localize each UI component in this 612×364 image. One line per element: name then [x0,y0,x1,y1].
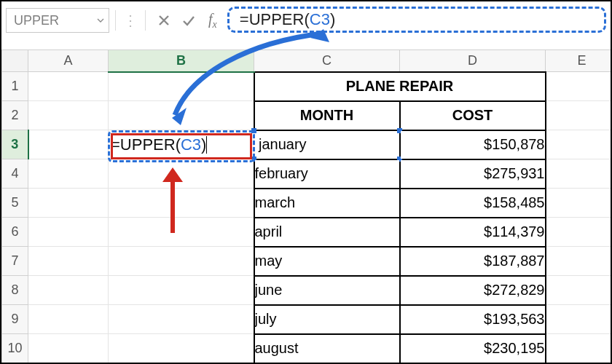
text-caret [206,136,207,154]
cell-E8[interactable] [546,276,613,305]
table-row: 2 MONTH COST [2,101,613,130]
b3-suffix: ) [201,135,206,154]
row-header-7[interactable]: 7 [2,247,28,276]
cell-A1[interactable] [28,72,109,101]
cell-A5[interactable] [28,189,109,218]
cell-B2[interactable] [109,101,254,130]
selection-handle[interactable] [251,128,256,133]
row-header-4[interactable]: 4 [2,159,28,189]
table-row: 4 february $275,931 [2,159,613,189]
cell-C8[interactable]: june [254,276,400,305]
cell-D3[interactable]: $150,878 [400,130,546,159]
b3-prefix: =UPPER( [111,135,181,154]
formula-bar[interactable]: =UPPER(C3) [227,7,606,33]
formula-bar-row: UPPER ⋮ fx =UPPER(C3) [6,6,606,35]
col-header-A[interactable]: A [28,50,109,72]
cell-A7[interactable] [28,247,109,276]
divider [145,10,146,31]
cell-B1[interactable] [109,72,254,101]
cell-C9[interactable]: july [254,305,400,334]
cell-C3[interactable]: january [254,130,400,159]
formula-suffix: ) [330,10,335,29]
cell-E4[interactable] [546,159,613,189]
cell-D5[interactable]: $158,485 [400,189,546,218]
column-header-row: A B C D E [2,50,613,72]
cell-E7[interactable] [546,247,613,276]
cell-D8[interactable]: $272,829 [400,276,546,305]
formula-bar-wrap: =UPPER(C3) [227,7,606,34]
col-header-B[interactable]: B [109,50,254,72]
row-header-3[interactable]: 3 [2,130,28,159]
cell-cost-header[interactable]: COST [400,101,546,130]
name-box[interactable]: UPPER [6,8,109,33]
row-header-9[interactable]: 9 [2,305,28,334]
cell-D10[interactable]: $230,195 [400,334,546,363]
excel-window: UPPER ⋮ fx =UPPER(C3) A [0,0,612,364]
cell-D4[interactable]: $275,931 [400,159,546,189]
divider [115,10,116,31]
more-icon[interactable]: ⋮ [122,8,139,33]
name-box-value: UPPER [7,13,93,28]
chevron-down-icon[interactable] [93,8,109,33]
row-header-2[interactable]: 2 [2,101,28,130]
cell-B5[interactable] [109,189,254,218]
cancel-icon[interactable] [152,8,176,33]
cell-D7[interactable]: $187,887 [400,247,546,276]
cell-C10[interactable]: august [254,334,400,363]
cell-C3-value: january [254,136,307,152]
cell-title[interactable]: PLANE REPAIR [254,72,546,101]
cell-E2[interactable] [546,101,613,130]
cell-B4[interactable] [109,159,254,189]
table-row: 10 august $230,195 [2,334,613,363]
sheet-table: A B C D E 1 PLANE REPAIR 2 MONTH COST [1,50,612,364]
row-header-6[interactable]: 6 [2,218,28,247]
row-header-5[interactable]: 5 [2,189,28,218]
cell-C7[interactable]: may [254,247,400,276]
select-all-corner[interactable] [2,50,28,72]
cell-E1[interactable] [546,72,613,101]
cell-B10[interactable] [109,334,254,363]
cell-month-header[interactable]: MONTH [254,101,400,130]
table-row: 5 march $158,485 [2,189,613,218]
worksheet-grid[interactable]: A B C D E 1 PLANE REPAIR 2 MONTH COST [1,50,611,363]
formula-ref: C3 [310,10,330,29]
cell-B3-editor[interactable]: =UPPER(C3) [109,130,254,159]
cell-C6[interactable]: april [254,218,400,247]
table-row: 1 PLANE REPAIR [2,72,613,101]
formula-prefix: =UPPER( [240,10,310,29]
cell-A3[interactable] [28,130,109,159]
col-header-C[interactable]: C [254,50,400,72]
cell-A2[interactable] [28,101,109,130]
cell-A6[interactable] [28,218,109,247]
cell-E6[interactable] [546,218,613,247]
cell-C4[interactable]: february [254,159,400,189]
cell-E10[interactable] [546,334,613,363]
cell-A8[interactable] [28,276,109,305]
table-row: 6 april $114,379 [2,218,613,247]
cell-A10[interactable] [28,334,109,363]
row-header-1[interactable]: 1 [2,72,28,101]
row-header-10[interactable]: 10 [2,334,28,363]
accept-icon[interactable] [176,8,201,33]
cell-B7[interactable] [109,247,254,276]
cell-D6[interactable]: $114,379 [400,218,546,247]
cell-B3[interactable]: =UPPER(C3) [109,130,254,159]
cell-B6[interactable] [109,218,254,247]
table-row: 3 =UPPER(C3) january $150,878 [2,130,613,159]
table-row: 7 may $187,887 [2,247,613,276]
table-row: 8 june $272,829 [2,276,613,305]
cell-A9[interactable] [28,305,109,334]
cell-B8[interactable] [109,276,254,305]
cell-E9[interactable] [546,305,613,334]
cell-E5[interactable] [546,189,613,218]
cell-E3[interactable] [546,130,613,159]
col-header-D[interactable]: D [400,50,546,72]
fx-icon[interactable]: fx [201,11,224,31]
col-header-E[interactable]: E [546,50,613,72]
table-row: 9 july $193,563 [2,305,613,334]
cell-D9[interactable]: $193,563 [400,305,546,334]
row-header-8[interactable]: 8 [2,276,28,305]
cell-A4[interactable] [28,159,109,189]
cell-C5[interactable]: march [254,189,400,218]
cell-B9[interactable] [109,305,254,334]
